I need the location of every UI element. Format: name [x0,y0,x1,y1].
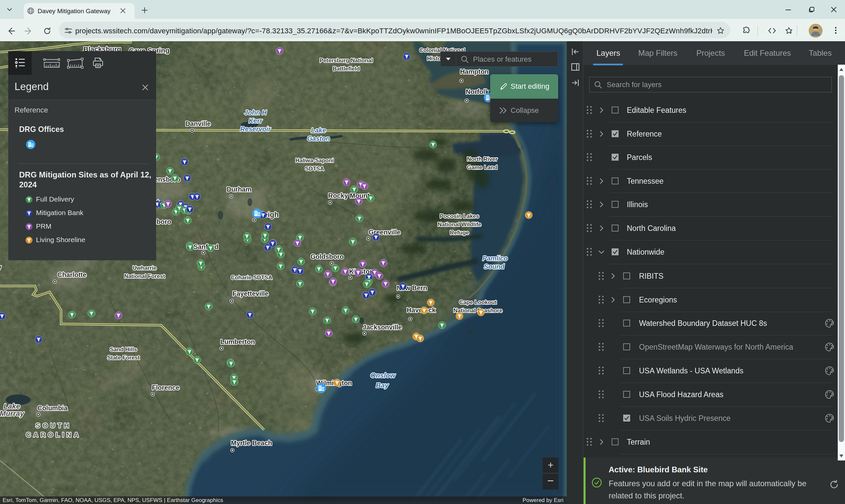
svg-text:Murray: Murray [0,409,24,418]
svg-text:Lake: Lake [311,127,326,134]
svg-text:Uwharrie: Uwharrie [133,265,157,271]
svg-text:Sand Hills: Sand Hills [110,346,137,353]
svg-text:Rocky Mount: Rocky Mount [328,192,370,199]
svg-text:Reservoir: Reservoir [240,125,271,132]
svg-text:Hampton: Hampton [460,68,489,75]
svg-text:North River: North River [467,156,498,162]
svg-text:Florence: Florence [152,384,179,391]
svg-text:Cape Lookout: Cape Lookout [459,299,497,305]
svg-text:Onslow: Onslow [370,372,396,379]
svg-text:Charlotte: Charlotte [57,271,87,278]
svg-text:National Forest: National Forest [124,273,165,280]
svg-text:State Forest: State Forest [107,355,140,361]
svg-text:Refuge: Refuge [450,230,469,236]
svg-text:National Wildlife: National Wildlife [438,221,481,228]
svg-text:Gaston: Gaston [307,135,330,142]
svg-text:Coharie SDTSA: Coharie SDTSA [231,274,272,281]
svg-text:Lumberton: Lumberton [221,338,255,345]
svg-text:Sanford: Sanford [193,243,218,250]
svg-text:Kerr: Kerr [249,117,262,124]
svg-text:Danville: Danville [186,120,211,127]
svg-text:John H: John H [244,109,267,116]
svg-text:Haliwa-Saponi: Haliwa-Saponi [295,157,334,164]
svg-text:Columbia: Columbia [37,404,68,412]
svg-text:Jacksonville: Jacksonville [363,324,402,331]
svg-text:CAROLINA: CAROLINA [26,431,81,438]
svg-text:Battlefield: Battlefield [333,66,360,72]
svg-text:Pamlico: Pamlico [482,255,508,262]
svg-text:Fayetteville: Fayetteville [233,290,269,297]
svg-text:Histo: Histo [427,55,441,62]
svg-text:SDTSA: SDTSA [305,166,324,172]
svg-text:Shelby: Shelby [0,263,2,271]
svg-text:Durham: Durham [226,186,251,193]
svg-text:Pocosin Lakes: Pocosin Lakes [440,213,479,219]
svg-text:Sound: Sound [484,263,505,270]
svg-text:Bay: Bay [376,381,389,389]
svg-text:Goldsboro: Goldsboro [310,253,344,260]
svg-text:Petersburg National: Petersburg National [319,57,373,64]
svg-text:Game Land: Game Land [467,164,498,170]
svg-text:SOUTH: SOUTH [36,421,72,429]
svg-text:Myrtle Beach: Myrtle Beach [231,439,272,447]
